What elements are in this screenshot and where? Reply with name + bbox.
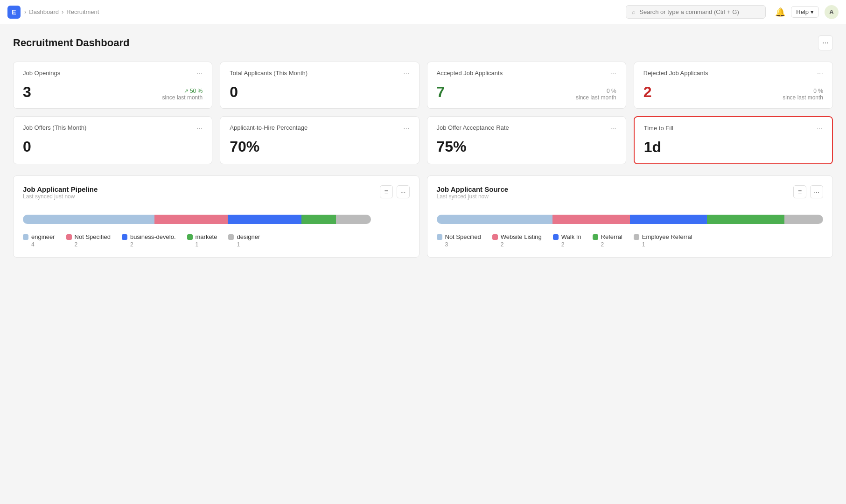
legend-label-walkin: Walk In — [561, 233, 581, 240]
stat-value-job-openings: 3 — [23, 84, 31, 101]
legend-dot-engineer — [23, 234, 28, 240]
stat-menu-offer-acceptance[interactable]: ··· — [610, 124, 616, 133]
chart-source-filter-button[interactable]: ≡ — [793, 185, 806, 198]
search-bar[interactable]: ⌕ — [626, 5, 766, 19]
chart-pipeline-more-button[interactable]: ··· — [397, 185, 410, 198]
charts-grid: Job Applicant Pipeline Last synced just … — [13, 175, 833, 258]
stat-title-accepted: Accepted Job Applicants — [437, 70, 503, 77]
legend-count-referral: 2 — [601, 241, 622, 248]
stat-menu-job-openings[interactable]: ··· — [196, 70, 203, 78]
stat-menu-job-offers[interactable]: ··· — [196, 124, 203, 133]
pipeline-segment-bizdev — [228, 215, 301, 224]
legend-employee-referral: Employee Referral 1 — [634, 233, 692, 248]
stat-card-job-offers: Job Offers (This Month) ··· 0 — [13, 116, 212, 164]
stat-pct-job-openings: ↗ 50 % — [184, 88, 203, 94]
stat-title-time-to-fill: Time to Fill — [644, 125, 673, 132]
legend-dot-employee-referral — [634, 234, 639, 240]
chart-source-subtitle: Last synced just now — [437, 193, 509, 200]
stat-value-rejected: 2 — [643, 84, 652, 101]
stat-title-job-openings: Job Openings — [23, 70, 60, 77]
source-segment-walkin — [630, 215, 707, 224]
page-content: Recruitment Dashboard ··· Job Openings ·… — [0, 24, 846, 269]
stat-menu-time-to-fill[interactable]: ··· — [817, 125, 823, 133]
legend-dot-referral — [593, 234, 598, 240]
avatar[interactable]: A — [825, 5, 839, 19]
stat-menu-accepted[interactable]: ··· — [610, 70, 616, 78]
stat-card-hire-pct: Applicant-to-Hire Percentage ··· 70% — [220, 116, 419, 164]
stat-card-rejected: Rejected Job Applicants ··· 2 0 % since … — [634, 62, 833, 109]
legend-walkin: Walk In 2 — [553, 233, 581, 248]
stat-menu-hire-pct[interactable]: ··· — [403, 124, 409, 133]
chart-pipeline-bar — [23, 215, 410, 224]
legend-label-bizdev: business-develo. — [130, 233, 176, 240]
legend-bizdev: business-develo. 2 — [122, 233, 176, 248]
stat-change-accepted: 0 % since last month — [576, 88, 616, 101]
breadcrumb-separator: › — [62, 8, 63, 15]
chart-source-bar — [437, 215, 824, 224]
chart-pipeline-filter-button[interactable]: ≡ — [380, 185, 393, 198]
legend-dot-designer — [228, 234, 234, 240]
stat-change-job-openings: ↗ 50 % since last month — [162, 88, 203, 101]
legend-label-engineer: engineer — [31, 233, 55, 240]
source-segment-website — [552, 215, 630, 224]
stat-card-job-openings: Job Openings ··· 3 ↗ 50 % since last mon… — [13, 62, 212, 109]
stat-value-job-offers: 0 — [23, 138, 31, 155]
legend-designer: designer 1 — [228, 233, 260, 248]
stat-since-job-openings: since last month — [162, 94, 203, 101]
stat-card-time-to-fill: Time to Fill ··· 1d — [634, 116, 833, 164]
legend-dot-walkin — [553, 234, 559, 240]
legend-label-markete: markete — [196, 233, 217, 240]
legend-dot-not-specified-source — [437, 234, 442, 240]
stats-row-1: Job Openings ··· 3 ↗ 50 % since last mon… — [13, 62, 833, 109]
stat-pct-accepted: 0 % — [607, 88, 616, 94]
stat-since-accepted: since last month — [576, 94, 616, 101]
legend-count-walkin: 2 — [561, 241, 581, 248]
chart-source-more-button[interactable]: ··· — [810, 185, 823, 198]
legend-count-website: 2 — [501, 241, 542, 248]
legend-dot-markete — [187, 234, 193, 240]
stat-value-time-to-fill: 1d — [644, 139, 661, 156]
source-stacked-bar — [437, 215, 824, 224]
legend-label-not-specified-pipeline: Not Specified — [75, 233, 111, 240]
breadcrumb: › Dashboard › Recruitment — [24, 8, 99, 15]
legend-label-designer: designer — [237, 233, 260, 240]
search-input[interactable] — [639, 8, 760, 15]
breadcrumb-dashboard[interactable]: Dashboard — [29, 8, 59, 15]
legend-label-employee-referral: Employee Referral — [642, 233, 692, 240]
breadcrumb-chevron: › — [24, 8, 26, 15]
legend-count-engineer: 4 — [31, 241, 55, 248]
help-label: Help — [796, 8, 809, 15]
pipeline-stacked-bar — [23, 215, 410, 224]
stat-card-accepted: Accepted Job Applicants ··· 7 0 % since … — [427, 62, 626, 109]
page-more-button[interactable]: ··· — [818, 35, 833, 50]
legend-count-not-specified-pipeline: 2 — [75, 241, 111, 248]
help-button[interactable]: Help ▾ — [791, 6, 819, 18]
legend-engineer: engineer 4 — [23, 233, 55, 248]
legend-count-designer: 1 — [237, 241, 260, 248]
stat-value-accepted: 7 — [437, 84, 445, 101]
legend-dot-bizdev — [122, 234, 127, 240]
stat-value-hire-pct: 70% — [230, 138, 259, 155]
legend-website: Website Listing 2 — [492, 233, 542, 248]
legend-dot-not-specified-pipeline — [66, 234, 72, 240]
pipeline-segment-designer — [336, 215, 371, 224]
topbar-actions: 🔔 Help ▾ A — [775, 5, 839, 19]
stat-title-offer-acceptance: Job Offer Acceptance Rate — [437, 124, 509, 131]
stats-row-2: Job Offers (This Month) ··· 0 Applicant-… — [13, 116, 833, 164]
stat-title-hire-pct: Applicant-to-Hire Percentage — [230, 124, 308, 131]
stat-menu-total-applicants[interactable]: ··· — [403, 70, 409, 78]
chart-pipeline-subtitle: Last synced just now — [23, 193, 98, 200]
app-logo: E — [7, 6, 21, 19]
stat-pct-rejected: 0 % — [813, 88, 823, 94]
legend-not-specified-source: Not Specified 3 — [437, 233, 481, 248]
stat-menu-rejected[interactable]: ··· — [817, 70, 823, 78]
pipeline-segment-markete — [301, 215, 336, 224]
notification-bell-icon[interactable]: 🔔 — [775, 7, 785, 17]
stat-card-offer-acceptance: Job Offer Acceptance Rate ··· 75% — [427, 116, 626, 164]
breadcrumb-recruitment: Recruitment — [66, 8, 99, 15]
search-icon: ⌕ — [632, 8, 636, 15]
legend-label-referral: Referral — [601, 233, 622, 240]
stat-value-offer-acceptance: 75% — [437, 138, 467, 155]
legend-label-website: Website Listing — [501, 233, 542, 240]
legend-count-employee-referral: 1 — [642, 241, 692, 248]
